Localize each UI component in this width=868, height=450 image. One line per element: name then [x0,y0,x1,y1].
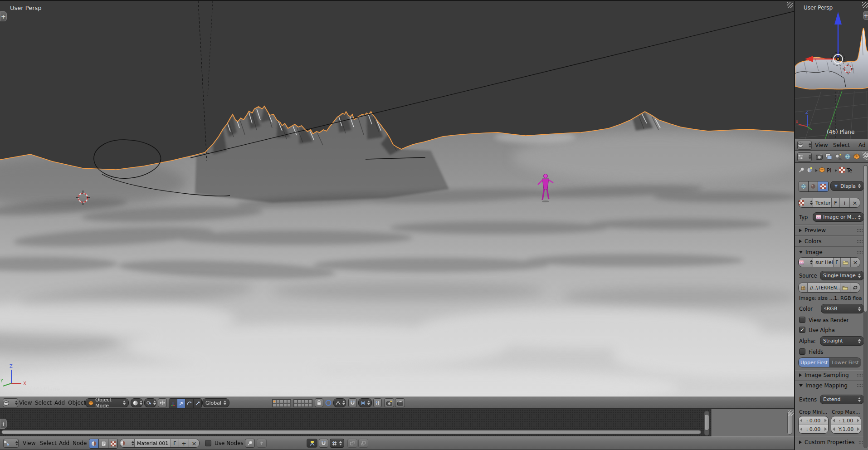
unlink-texture-button[interactable]: × [850,198,860,207]
slider-right-arrow-icon[interactable] [824,419,827,422]
panel-image-header[interactable]: Image [799,249,863,255]
lock-to-scene-button[interactable] [315,398,323,407]
node-menu-add[interactable]: Add [59,437,69,449]
panel-image-mapping-header[interactable]: Image Mapping [799,382,863,389]
proportional-edit-icon[interactable] [325,400,332,406]
node-editor[interactable]: + View Select Add Node [0,409,794,450]
menu-view[interactable]: View [19,397,32,409]
render-animation-button[interactable] [395,398,405,407]
manipulator-rotate-button[interactable] [185,399,194,408]
mini-menu-view[interactable]: View [815,139,828,151]
mini-menu-select[interactable]: Select [833,139,850,151]
snap-element-dropdown[interactable] [358,398,372,407]
color-space-dropdown[interactable]: sRGB [821,304,864,313]
layers-grid-2[interactable] [293,399,312,407]
filepath-field[interactable]: //..\TERREN... [808,283,840,292]
manipulator-axes-button[interactable] [169,399,177,408]
slider-right-arrow-icon[interactable] [857,427,859,431]
slider-left-arrow-icon[interactable] [800,419,802,422]
mode-dropdown[interactable]: Object Mode [85,398,129,407]
unlink-image-button[interactable]: × [851,258,860,267]
fake-user-button[interactable]: F [832,198,840,207]
material-name-field[interactable]: Material.001 [135,439,171,447]
node-menu-node[interactable]: Node [73,437,87,449]
panel-colors-header[interactable]: Colors [799,238,863,245]
node-toolshelf-expand-button[interactable]: + [0,419,7,429]
node-menu-view[interactable]: View [23,437,35,449]
lower-first-button[interactable]: Lower First [830,358,861,367]
slider-left-arrow-icon[interactable] [833,419,835,422]
tab-scene-icon[interactable] [835,153,842,160]
pack-image-button[interactable] [799,283,808,292]
shader-nodes-button[interactable] [89,439,99,448]
node-snap-toggle[interactable] [319,439,328,448]
editor-type-button[interactable] [3,398,18,407]
region-corner-widget[interactable] [788,410,794,416]
compositing-nodes-button[interactable] [99,439,108,448]
render-still-button[interactable] [384,398,394,407]
pivot-dropdown[interactable] [144,398,156,407]
tab-world-icon[interactable] [844,153,851,160]
browse-file-button[interactable] [840,283,850,292]
panel-grip[interactable] [858,440,863,444]
reload-image-button[interactable] [850,283,860,292]
fake-user-button[interactable]: F [171,439,179,447]
unlink-material-button[interactable]: × [189,439,199,447]
node-snap-mode-dropdown[interactable] [330,439,344,448]
material-sphere-icon[interactable] [807,167,813,173]
menu-select[interactable]: Select [35,397,52,409]
world-texture-button[interactable] [799,181,809,191]
material-browse-button[interactable] [120,439,135,447]
upper-first-button[interactable]: Upper First [799,358,830,367]
source-dropdown[interactable]: Single Image [820,271,864,280]
mini-3d-viewport[interactable]: Z X User Persp (46) Plane + [795,0,868,139]
panel-grip[interactable] [857,229,863,232]
manipulator-translate-button[interactable] [177,399,185,408]
image-browse-button[interactable] [799,258,813,267]
texture-nodes-button[interactable] [108,439,117,448]
region-corner-widget[interactable] [862,2,868,8]
tab-render-icon[interactable] [816,154,823,160]
properties-scrollbar[interactable] [863,165,868,312]
panel-grip[interactable] [857,240,863,243]
slider-left-arrow-icon[interactable] [833,427,835,431]
crop-min-x-slider[interactable]: : 0.00 [799,416,828,425]
pin-icon[interactable] [799,167,805,173]
region-corner-widget[interactable] [863,152,868,158]
texture-name-field[interactable]: Textur [813,198,832,207]
pin-node-tree-button[interactable] [245,439,255,448]
menu-object[interactable]: Object [68,397,86,409]
panel-image-sampling-header[interactable]: Image Sampling [799,372,863,378]
proportional-falloff-dropdown[interactable] [333,398,346,407]
insert-offset-button[interactable] [307,439,317,448]
panel-grip[interactable] [857,384,863,387]
editor-type-button[interactable] [3,439,19,448]
node-canvas[interactable]: + [0,409,711,437]
fields-checkbox[interactable] [799,348,805,355]
crop-max-x-slider[interactable]: : 1.00 [831,416,861,425]
snap-toggle-button[interactable] [348,398,357,407]
slider-right-arrow-icon[interactable] [824,427,827,431]
mini-menu-add[interactable]: Ad [858,139,866,151]
crop-max-y-slider[interactable]: Y:1.00 [831,425,861,433]
snap-peel-button[interactable] [373,398,382,407]
layers-grid-1[interactable] [272,399,291,407]
extension-dropdown[interactable]: Extend [820,395,864,404]
region-corner-widget[interactable] [787,2,793,8]
texture-type-dropdown[interactable]: Image or M... [813,212,864,222]
manipulator-toggle-button[interactable] [158,398,167,407]
editor-type-button[interactable] [797,152,812,161]
paste-nodes-button[interactable] [358,439,368,448]
view-as-render-checkbox[interactable] [799,317,805,323]
panel-preview-header[interactable]: Preview [799,227,863,234]
brush-texture-button[interactable] [809,181,818,191]
node-vscrollbar[interactable] [704,414,709,430]
orientation-dropdown[interactable]: Global [202,398,229,407]
node-menu-select[interactable]: Select [40,437,57,449]
texture-slot-dropdown[interactable]: Displa [830,181,864,191]
material-texture-button[interactable] [818,181,828,191]
open-image-button[interactable] [841,258,851,267]
layer-cell-active[interactable] [273,400,276,403]
shading-dropdown[interactable] [131,398,143,407]
go-to-parent-tree-button[interactable] [257,439,267,448]
